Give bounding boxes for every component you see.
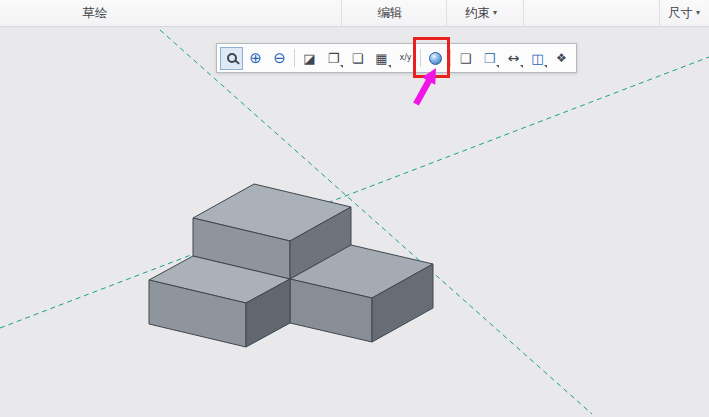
caret-down-icon: ▾ <box>493 9 497 17</box>
constraint-display-icon: ◫ <box>531 52 543 65</box>
ribbon-separator <box>341 0 342 26</box>
zoom-in-icon: ⊕ <box>249 51 262 66</box>
highlight-box <box>413 37 450 78</box>
view-orientation-button[interactable]: ❑ <box>454 47 477 70</box>
view-toolbar: ⊕⊖◪❐❏▦x/y❑❒↔◫❖ <box>216 43 577 73</box>
image-overlay-icon: ▦ <box>375 52 387 65</box>
display-style-button[interactable]: ❐ <box>322 47 345 70</box>
magnifier-icon <box>227 53 237 63</box>
shading-toggle-icon: ◪ <box>303 52 315 65</box>
shading-toggle-button[interactable]: ◪ <box>298 47 321 70</box>
tab-sketch[interactable]: 草绘 <box>73 0 118 26</box>
scale-lock-icon: x/y <box>399 54 411 62</box>
ribbon-separator <box>523 0 524 26</box>
sketcher-app-window: 草绘 编辑 约束 ▾ 尺寸 ▾ ⊕⊖◪❐❏▦x/y❑❒↔◫❖ <box>0 0 709 417</box>
toolbar-separator <box>294 49 295 67</box>
zoom-in-button[interactable]: ⊕ <box>244 47 267 70</box>
zoom-out-button[interactable]: ⊖ <box>268 47 291 70</box>
tab-edit-label: 编辑 <box>378 5 403 22</box>
caret-down-icon: ▾ <box>696 9 700 17</box>
hidden-line-button[interactable]: ❏ <box>346 47 369 70</box>
vertex-display-button[interactable]: ❖ <box>550 47 573 70</box>
tab-constrain[interactable]: 约束 ▾ <box>455 0 507 26</box>
ribbon-separator <box>446 0 447 26</box>
zoom-region-button[interactable] <box>220 47 243 70</box>
tab-sketch-label: 草绘 <box>83 5 108 22</box>
hidden-line-icon: ❏ <box>352 52 364 65</box>
image-overlay-button[interactable]: ▦ <box>370 47 393 70</box>
display-style-icon: ❐ <box>328 52 340 65</box>
tab-dimension-label: 尺寸 <box>668 5 693 22</box>
toolbar-separator <box>450 49 451 67</box>
vertex-display-icon: ❖ <box>556 52 567 64</box>
zoom-out-icon: ⊖ <box>273 51 286 66</box>
constraint-display-button[interactable]: ◫ <box>526 47 549 70</box>
tab-dimension[interactable]: 尺寸 ▾ <box>658 0 709 26</box>
dimension-display-button[interactable]: ↔ <box>502 47 525 70</box>
view-orientation-icon: ❑ <box>460 52 472 65</box>
dimension-display-icon: ↔ <box>508 51 520 65</box>
ribbon: 草绘 编辑 约束 ▾ 尺寸 ▾ <box>0 0 709 27</box>
shaded-model-button[interactable]: ❒ <box>478 47 501 70</box>
tab-constrain-label: 约束 <box>465 5 490 22</box>
shaded-model-icon: ❒ <box>484 52 496 65</box>
tab-edit[interactable]: 编辑 <box>368 0 413 26</box>
